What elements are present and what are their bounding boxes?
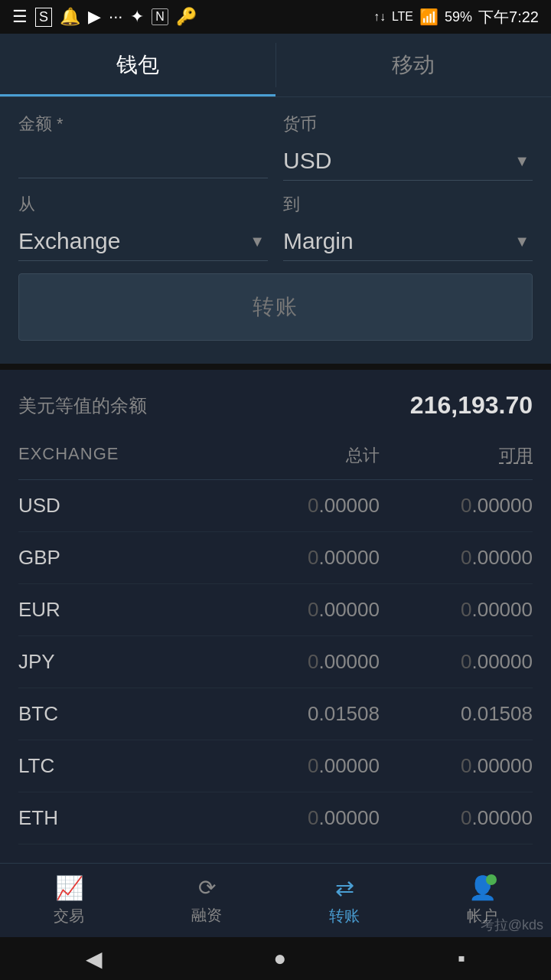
to-value: Margin: [283, 228, 533, 254]
table-row: JPY 0.00000 0.00000: [18, 636, 533, 688]
nfc-icon: N: [152, 8, 168, 25]
transfer-icon: ⇄: [335, 875, 354, 900]
coin-available: 0.00000: [380, 494, 533, 518]
home-button[interactable]: ●: [274, 946, 287, 971]
amount-label: 金额 *: [18, 113, 268, 136]
wifi-icon: 📶: [419, 8, 439, 26]
nav-icon-transfer-wrapper: ⇄: [335, 874, 354, 901]
to-group: 到 Margin ▼: [283, 193, 533, 261]
coin-available: 0.00000: [380, 806, 533, 830]
table-row: USD 0.00000 0.00000: [18, 480, 533, 532]
coin-available: 0.00000: [380, 650, 533, 674]
table-row: EUR 0.00000 0.00000: [18, 584, 533, 636]
coin-name: ETH: [18, 806, 227, 830]
currency-select[interactable]: USD ▼: [283, 142, 533, 181]
coin-available: 0.00000: [380, 598, 533, 622]
table-header-exchange: EXCHANGE: [18, 444, 227, 467]
table-row: GBP 0.00000 0.00000: [18, 532, 533, 584]
status-right-info: ↑↓ LTE 📶 59% 下午7:22: [373, 7, 539, 28]
from-label: 从: [18, 193, 268, 216]
coin-name: BTC: [18, 702, 227, 726]
lte-label: LTE: [392, 10, 413, 24]
from-select[interactable]: Exchange ▼: [18, 222, 268, 261]
trade-icon: 📈: [55, 875, 83, 900]
nav-icon-funding-wrapper: ⟳: [198, 875, 216, 900]
from-dropdown-icon: ▼: [249, 233, 265, 250]
table-header-row: EXCHANGE 总计 可用: [18, 438, 533, 480]
coin-name: LTC: [18, 754, 227, 778]
key-icon: 🔑: [176, 7, 197, 27]
to-dropdown-icon: ▼: [514, 233, 530, 250]
to-select[interactable]: Margin ▼: [283, 222, 533, 261]
nav-item-funding[interactable]: ⟳ 融资: [161, 875, 253, 926]
nav-item-trade[interactable]: 📈 交易: [23, 874, 115, 926]
form-area: 金额 * 货币 USD ▼ 从 Exchange ▼ 到 Margin ▼: [0, 97, 551, 364]
battery-label: 59%: [445, 9, 472, 25]
signal-strength-icon: ↑↓: [373, 10, 386, 24]
coin-total: 0.00000: [227, 598, 380, 622]
amount-currency-row: 金额 * 货币 USD ▼: [18, 113, 533, 181]
tab-move[interactable]: 移动: [276, 34, 552, 96]
account-dot: [486, 874, 497, 885]
table-row: BTC 0.01508 0.01508: [18, 688, 533, 740]
transfer-btn-wrapper: 转账: [18, 273, 533, 341]
nav-icon-trade-wrapper: 📈: [55, 874, 83, 901]
currency-dropdown-icon: ▼: [514, 152, 530, 170]
coin-total: 0.01508: [227, 702, 380, 726]
coin-total: 0.00000: [227, 546, 380, 570]
from-value: Exchange: [18, 228, 268, 254]
recent-button[interactable]: ▪: [458, 946, 465, 971]
back-button[interactable]: ◀: [86, 946, 103, 972]
nav-item-transfer[interactable]: ⇄ 转账: [298, 874, 390, 926]
nav-icon-account-wrapper: 👤: [468, 874, 497, 901]
balance-row: 美元等值的余额 216,193.70: [18, 391, 533, 420]
android-nav: ◀ ● ▪: [0, 937, 551, 980]
coin-total: 0.00000: [227, 806, 380, 830]
table-row: LTC 0.00000 0.00000: [18, 740, 533, 792]
currency-label: 货币: [283, 113, 533, 136]
coin-total: 0.00000: [227, 494, 380, 518]
coin-total: 0.00000: [227, 650, 380, 674]
transfer-button[interactable]: 转账: [18, 273, 533, 341]
time-label: 下午7:22: [478, 7, 539, 28]
coin-name: EUR: [18, 598, 227, 622]
top-tabs: 钱包 移动: [0, 34, 551, 97]
coin-name: GBP: [18, 546, 227, 570]
coin-available: 0.01508: [380, 702, 533, 726]
nav-label-trade: 交易: [54, 906, 84, 926]
status-bar: ☰ S 🔔 ▶ ··· ✦ N 🔑 ↑↓ LTE 📶 59% 下午7:22: [0, 0, 551, 34]
amount-group: 金额 *: [18, 113, 268, 181]
to-label: 到: [283, 193, 533, 216]
coin-available: 0.00000: [380, 754, 533, 778]
coin-total: 0.00000: [227, 754, 380, 778]
s-icon: S: [35, 8, 52, 27]
balance-value: 216,193.70: [410, 391, 533, 420]
more-icon: ···: [109, 7, 122, 27]
funding-icon: ⟳: [198, 876, 216, 900]
status-left-icons: ☰ S 🔔 ▶ ··· ✦ N 🔑: [12, 7, 197, 27]
play-icon: ▶: [88, 7, 101, 27]
tab-wallet[interactable]: 钱包: [0, 34, 276, 96]
amount-input[interactable]: [18, 142, 268, 178]
bluetooth-icon: ✦: [130, 7, 144, 27]
coin-available: 0.00000: [380, 546, 533, 570]
from-to-row: 从 Exchange ▼ 到 Margin ▼: [18, 193, 533, 261]
table-row: ETH 0.00000 0.00000: [18, 792, 533, 844]
nav-label-transfer: 转账: [329, 906, 360, 926]
watermark: 考拉@kds: [481, 916, 543, 934]
coin-name: JPY: [18, 650, 227, 674]
currency-group: 货币 USD ▼: [283, 113, 533, 181]
table-header-available: 可用: [380, 444, 533, 467]
from-group: 从 Exchange ▼: [18, 193, 268, 261]
nav-label-funding: 融资: [191, 905, 222, 926]
bottom-nav: 📈 交易 ⟳ 融资 ⇄ 转账 👤 帐户: [0, 863, 551, 937]
coin-name: USD: [18, 494, 227, 518]
table-header-total: 总计: [227, 444, 380, 467]
menu-icon: ☰: [12, 7, 28, 27]
balance-label: 美元等值的余额: [18, 394, 147, 418]
currency-value: USD: [283, 148, 533, 174]
notification-icon: 🔔: [60, 7, 80, 27]
